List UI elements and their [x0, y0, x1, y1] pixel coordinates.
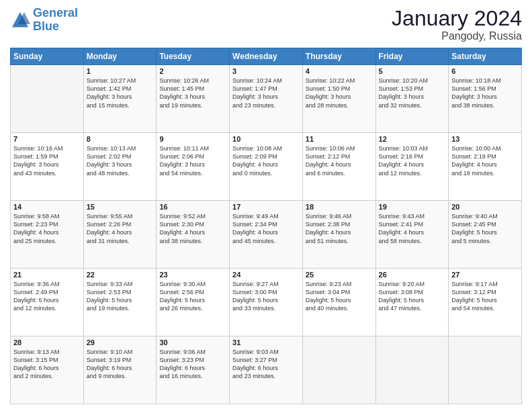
day-info: Sunrise: 10:22 AM Sunset: 1:50 PM Daylig… [306, 77, 373, 109]
calendar-cell: 7Sunrise: 10:16 AM Sunset: 1:59 PM Dayli… [11, 133, 84, 201]
day-info: Sunrise: 9:27 AM Sunset: 3:00 PM Dayligh… [232, 280, 300, 313]
calendar-cell: 5Sunrise: 10:20 AM Sunset: 1:53 PM Dayli… [375, 65, 449, 133]
day-number: 20 [451, 203, 519, 211]
day-info: Sunrise: 10:20 AM Sunset: 1:53 PM Daylig… [379, 77, 446, 109]
day-number: 18 [306, 203, 373, 211]
weekday-header: Sunday [11, 48, 84, 65]
calendar-cell: 4Sunrise: 10:22 AM Sunset: 1:50 PM Dayli… [302, 65, 375, 133]
day-number: 16 [159, 203, 226, 211]
day-number: 31 [232, 338, 300, 347]
day-info: Sunrise: 9:30 AM Sunset: 2:56 PM Dayligh… [159, 280, 226, 313]
day-number: 28 [13, 338, 81, 347]
calendar-cell: 28Sunrise: 9:13 AM Sunset: 3:15 PM Dayli… [11, 336, 84, 404]
day-number: 22 [87, 271, 154, 279]
day-number: 26 [379, 271, 446, 279]
day-info: Sunrise: 9:13 AM Sunset: 3:15 PM Dayligh… [13, 348, 81, 381]
calendar-cell: 29Sunrise: 9:10 AM Sunset: 3:19 PM Dayli… [83, 336, 157, 404]
day-info: Sunrise: 10:24 AM Sunset: 1:47 PM Daylig… [232, 77, 300, 109]
calendar-cell: 8Sunrise: 10:13 AM Sunset: 2:02 PM Dayli… [83, 133, 157, 201]
day-info: Sunrise: 10:16 AM Sunset: 1:59 PM Daylig… [13, 144, 81, 177]
day-number: 19 [379, 203, 446, 211]
calendar-cell: 22Sunrise: 9:33 AM Sunset: 2:53 PM Dayli… [83, 269, 157, 336]
calendar-cell: 15Sunrise: 9:55 AM Sunset: 2:26 PM Dayli… [83, 201, 157, 269]
calendar-cell: 13Sunrise: 10:00 AM Sunset: 2:19 PM Dayl… [449, 133, 522, 201]
day-info: Sunrise: 9:58 AM Sunset: 2:23 PM Dayligh… [13, 212, 81, 245]
day-info: Sunrise: 9:52 AM Sunset: 2:30 PM Dayligh… [159, 212, 226, 245]
day-info: Sunrise: 10:26 AM Sunset: 1:45 PM Daylig… [159, 77, 226, 109]
calendar-cell: 20Sunrise: 9:40 AM Sunset: 2:45 PM Dayli… [449, 201, 522, 269]
calendar-cell: 31Sunrise: 9:03 AM Sunset: 3:27 PM Dayli… [230, 336, 303, 404]
title-block: January 2024 Pangody, Russia [392, 7, 522, 42]
calendar-cell: 12Sunrise: 10:03 AM Sunset: 2:16 PM Dayl… [375, 133, 449, 201]
day-info: Sunrise: 9:36 AM Sunset: 2:49 PM Dayligh… [13, 280, 81, 313]
calendar-cell [375, 336, 449, 404]
day-info: Sunrise: 9:06 AM Sunset: 3:23 PM Dayligh… [159, 348, 226, 381]
day-info: Sunrise: 9:55 AM Sunset: 2:26 PM Dayligh… [87, 212, 154, 245]
logo: General Blue [10, 7, 78, 34]
day-info: Sunrise: 9:40 AM Sunset: 2:45 PM Dayligh… [451, 212, 519, 245]
calendar-cell: 16Sunrise: 9:52 AM Sunset: 2:30 PM Dayli… [157, 201, 230, 269]
day-info: Sunrise: 10:06 AM Sunset: 2:12 PM Daylig… [306, 144, 373, 177]
day-info: Sunrise: 9:49 AM Sunset: 2:34 PM Dayligh… [232, 212, 300, 245]
day-number: 3 [232, 67, 300, 75]
calendar-cell: 18Sunrise: 9:46 AM Sunset: 2:38 PM Dayli… [302, 201, 375, 269]
table-row: 7Sunrise: 10:16 AM Sunset: 1:59 PM Dayli… [11, 133, 522, 201]
day-info: Sunrise: 10:27 AM Sunset: 1:42 PM Daylig… [87, 77, 154, 109]
subtitle: Pangody, Russia [392, 30, 522, 42]
day-info: Sunrise: 10:13 AM Sunset: 2:02 PM Daylig… [87, 144, 154, 177]
day-info: Sunrise: 10:11 AM Sunset: 2:06 PM Daylig… [159, 144, 226, 177]
day-info: Sunrise: 9:46 AM Sunset: 2:38 PM Dayligh… [306, 212, 373, 245]
day-info: Sunrise: 9:33 AM Sunset: 2:53 PM Dayligh… [87, 280, 154, 313]
day-number: 23 [159, 271, 226, 279]
day-number: 10 [232, 135, 300, 143]
weekday-header: Monday [83, 48, 157, 65]
main-title: January 2024 [392, 7, 522, 30]
calendar-cell: 30Sunrise: 9:06 AM Sunset: 3:23 PM Dayli… [157, 336, 230, 404]
weekday-header: Tuesday [157, 48, 230, 65]
calendar-cell: 17Sunrise: 9:49 AM Sunset: 2:34 PM Dayli… [230, 201, 303, 269]
day-info: Sunrise: 9:10 AM Sunset: 3:19 PM Dayligh… [87, 348, 154, 381]
day-info: Sunrise: 10:08 AM Sunset: 2:09 PM Daylig… [232, 144, 300, 177]
calendar-cell [449, 336, 522, 404]
day-info: Sunrise: 10:18 AM Sunset: 1:56 PM Daylig… [451, 77, 519, 109]
table-row: 21Sunrise: 9:36 AM Sunset: 2:49 PM Dayli… [11, 269, 522, 336]
calendar-cell: 1Sunrise: 10:27 AM Sunset: 1:42 PM Dayli… [83, 65, 157, 133]
day-number: 1 [87, 67, 154, 75]
calendar-table: SundayMondayTuesdayWednesdayThursdayFrid… [10, 48, 522, 404]
calendar-cell: 9Sunrise: 10:11 AM Sunset: 2:06 PM Dayli… [157, 133, 230, 201]
calendar-cell: 19Sunrise: 9:43 AM Sunset: 2:41 PM Dayli… [375, 201, 449, 269]
weekday-header: Wednesday [230, 48, 303, 65]
day-info: Sunrise: 9:17 AM Sunset: 3:12 PM Dayligh… [451, 280, 519, 313]
day-number: 4 [306, 67, 373, 75]
day-info: Sunrise: 9:20 AM Sunset: 3:08 PM Dayligh… [379, 280, 446, 313]
day-info: Sunrise: 9:03 AM Sunset: 3:27 PM Dayligh… [232, 348, 300, 381]
table-row: 14Sunrise: 9:58 AM Sunset: 2:23 PM Dayli… [11, 201, 522, 269]
day-number: 15 [87, 203, 154, 211]
calendar-cell [11, 65, 84, 133]
day-number: 12 [379, 135, 446, 143]
day-number: 7 [13, 135, 81, 143]
day-info: Sunrise: 10:03 AM Sunset: 2:16 PM Daylig… [379, 144, 446, 177]
logo-text: General Blue [33, 7, 78, 34]
weekday-header: Thursday [302, 48, 375, 65]
day-number: 11 [306, 135, 373, 143]
day-number: 5 [379, 67, 446, 75]
day-number: 2 [159, 67, 226, 75]
day-number: 30 [159, 338, 226, 347]
calendar-cell: 10Sunrise: 10:08 AM Sunset: 2:09 PM Dayl… [230, 133, 303, 201]
weekday-header: Saturday [449, 48, 522, 65]
day-number: 17 [232, 203, 300, 211]
day-number: 24 [232, 271, 300, 279]
day-info: Sunrise: 9:23 AM Sunset: 3:04 PM Dayligh… [306, 280, 373, 313]
table-row: 1Sunrise: 10:27 AM Sunset: 1:42 PM Dayli… [11, 65, 522, 133]
day-number: 14 [13, 203, 81, 211]
day-number: 9 [159, 135, 226, 143]
day-info: Sunrise: 9:43 AM Sunset: 2:41 PM Dayligh… [379, 212, 446, 245]
day-number: 27 [451, 271, 519, 279]
calendar-cell [302, 336, 375, 404]
day-number: 8 [87, 135, 154, 143]
calendar-cell: 3Sunrise: 10:24 AM Sunset: 1:47 PM Dayli… [230, 65, 303, 133]
calendar-cell: 25Sunrise: 9:23 AM Sunset: 3:04 PM Dayli… [302, 269, 375, 336]
calendar-cell: 27Sunrise: 9:17 AM Sunset: 3:12 PM Dayli… [449, 269, 522, 336]
day-number: 29 [87, 338, 154, 347]
